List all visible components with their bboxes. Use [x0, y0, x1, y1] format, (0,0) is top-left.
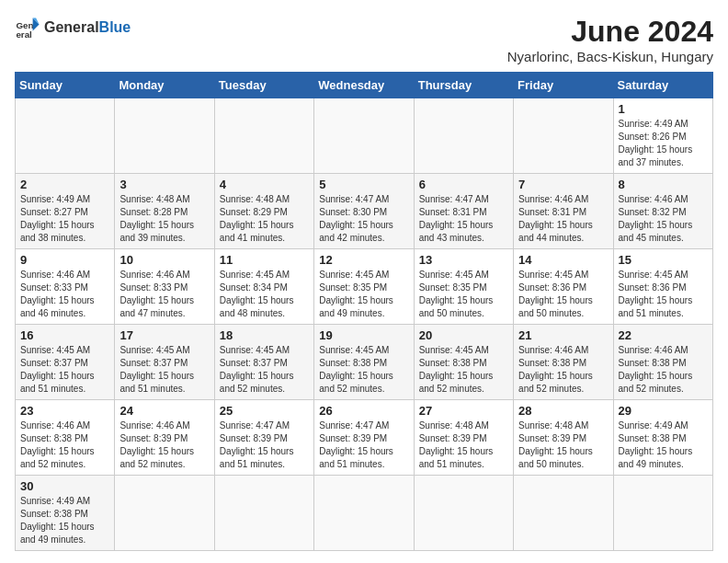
- day-cell-12: 12Sunrise: 4:45 AM Sunset: 8:35 PM Dayli…: [314, 249, 414, 325]
- day-cell-18: 18Sunrise: 4:45 AM Sunset: 8:37 PM Dayli…: [214, 325, 313, 400]
- day-info: Sunrise: 4:47 AM Sunset: 8:39 PM Dayligh…: [220, 419, 309, 471]
- empty-cell: [414, 476, 513, 551]
- week-row-2: 2Sunrise: 4:49 AM Sunset: 8:27 PM Daylig…: [16, 174, 713, 249]
- day-cell-7: 7Sunrise: 4:46 AM Sunset: 8:31 PM Daylig…: [514, 174, 613, 249]
- day-number: 19: [319, 328, 408, 342]
- day-number: 29: [619, 404, 708, 418]
- empty-cell: [214, 476, 313, 551]
- day-cell-22: 22Sunrise: 4:46 AM Sunset: 8:38 PM Dayli…: [613, 325, 712, 400]
- weekday-header-thursday: Thursday: [414, 73, 513, 98]
- day-number: 28: [518, 404, 608, 418]
- day-cell-3: 3Sunrise: 4:48 AM Sunset: 8:28 PM Daylig…: [115, 174, 214, 249]
- empty-cell: [115, 476, 214, 551]
- day-number: 13: [419, 253, 508, 267]
- logo-icon: Gen eral: [15, 15, 40, 40]
- day-cell-8: 8Sunrise: 4:46 AM Sunset: 8:32 PM Daylig…: [613, 174, 712, 249]
- header: Gen eral GeneralBlue June 2024 Nyarlorin…: [15, 15, 713, 64]
- day-number: 23: [20, 404, 109, 418]
- week-row-1: 1Sunrise: 4:49 AM Sunset: 8:26 PM Daylig…: [16, 98, 713, 174]
- empty-cell: [613, 476, 712, 551]
- day-info: Sunrise: 4:46 AM Sunset: 8:38 PM Dayligh…: [20, 419, 109, 471]
- day-number: 8: [619, 178, 708, 191]
- day-info: Sunrise: 4:48 AM Sunset: 8:29 PM Dayligh…: [220, 193, 309, 245]
- day-info: Sunrise: 4:46 AM Sunset: 8:38 PM Dayligh…: [619, 344, 708, 396]
- day-number: 30: [20, 479, 109, 493]
- day-cell-9: 9Sunrise: 4:46 AM Sunset: 8:33 PM Daylig…: [16, 249, 115, 325]
- empty-cell: [314, 98, 414, 174]
- day-number: 10: [119, 253, 209, 267]
- day-cell-30: 30Sunrise: 4:49 AM Sunset: 8:38 PM Dayli…: [16, 476, 115, 551]
- day-number: 25: [220, 404, 309, 418]
- day-number: 2: [20, 178, 109, 191]
- weekday-header-sunday: Sunday: [16, 73, 115, 98]
- empty-cell: [16, 98, 115, 174]
- day-info: Sunrise: 4:45 AM Sunset: 8:38 PM Dayligh…: [319, 344, 408, 396]
- day-cell-24: 24Sunrise: 4:46 AM Sunset: 8:39 PM Dayli…: [115, 400, 214, 476]
- day-cell-25: 25Sunrise: 4:47 AM Sunset: 8:39 PM Dayli…: [214, 400, 313, 476]
- empty-cell: [414, 98, 513, 174]
- day-info: Sunrise: 4:45 AM Sunset: 8:37 PM Dayligh…: [20, 344, 109, 396]
- day-info: Sunrise: 4:49 AM Sunset: 8:38 PM Dayligh…: [20, 495, 109, 546]
- day-number: 6: [419, 178, 508, 191]
- day-number: 22: [619, 328, 708, 342]
- day-info: Sunrise: 4:49 AM Sunset: 8:38 PM Dayligh…: [619, 419, 708, 471]
- location-title: Nyarlorinc, Bacs-Kiskun, Hungary: [507, 49, 713, 64]
- day-number: 26: [319, 404, 408, 418]
- day-info: Sunrise: 4:48 AM Sunset: 8:39 PM Dayligh…: [518, 419, 608, 471]
- day-number: 21: [518, 328, 608, 342]
- day-info: Sunrise: 4:45 AM Sunset: 8:37 PM Dayligh…: [220, 344, 309, 396]
- day-info: Sunrise: 4:47 AM Sunset: 8:31 PM Dayligh…: [419, 193, 508, 245]
- day-number: 16: [20, 328, 109, 342]
- day-number: 7: [518, 178, 608, 191]
- day-number: 3: [119, 178, 209, 191]
- day-info: Sunrise: 4:45 AM Sunset: 8:35 PM Dayligh…: [319, 269, 408, 320]
- day-info: Sunrise: 4:45 AM Sunset: 8:37 PM Dayligh…: [119, 344, 209, 396]
- day-cell-26: 26Sunrise: 4:47 AM Sunset: 8:39 PM Dayli…: [314, 400, 414, 476]
- day-info: Sunrise: 4:45 AM Sunset: 8:34 PM Dayligh…: [220, 269, 309, 320]
- day-info: Sunrise: 4:46 AM Sunset: 8:31 PM Dayligh…: [518, 193, 608, 245]
- day-cell-21: 21Sunrise: 4:46 AM Sunset: 8:38 PM Dayli…: [514, 325, 613, 400]
- day-info: Sunrise: 4:46 AM Sunset: 8:38 PM Dayligh…: [518, 344, 608, 396]
- day-number: 27: [419, 404, 508, 418]
- day-info: Sunrise: 4:45 AM Sunset: 8:38 PM Dayligh…: [419, 344, 508, 396]
- day-cell-14: 14Sunrise: 4:45 AM Sunset: 8:36 PM Dayli…: [514, 249, 613, 325]
- week-row-4: 16Sunrise: 4:45 AM Sunset: 8:37 PM Dayli…: [16, 325, 713, 400]
- logo-text: GeneralBlue: [44, 19, 131, 36]
- week-row-6: 30Sunrise: 4:49 AM Sunset: 8:38 PM Dayli…: [16, 476, 713, 551]
- day-info: Sunrise: 4:47 AM Sunset: 8:39 PM Dayligh…: [319, 419, 408, 471]
- day-cell-29: 29Sunrise: 4:49 AM Sunset: 8:38 PM Dayli…: [613, 400, 712, 476]
- day-number: 1: [619, 102, 708, 116]
- day-cell-5: 5Sunrise: 4:47 AM Sunset: 8:30 PM Daylig…: [314, 174, 414, 249]
- day-cell-1: 1Sunrise: 4:49 AM Sunset: 8:26 PM Daylig…: [613, 98, 712, 174]
- empty-cell: [115, 98, 214, 174]
- day-number: 14: [518, 253, 608, 267]
- day-cell-4: 4Sunrise: 4:48 AM Sunset: 8:29 PM Daylig…: [214, 174, 313, 249]
- day-number: 20: [419, 328, 508, 342]
- day-number: 4: [220, 178, 309, 191]
- weekday-header-monday: Monday: [115, 73, 214, 98]
- day-number: 9: [20, 253, 109, 267]
- day-cell-20: 20Sunrise: 4:45 AM Sunset: 8:38 PM Dayli…: [414, 325, 513, 400]
- day-cell-27: 27Sunrise: 4:48 AM Sunset: 8:39 PM Dayli…: [414, 400, 513, 476]
- day-info: Sunrise: 4:45 AM Sunset: 8:35 PM Dayligh…: [419, 269, 508, 320]
- day-number: 5: [319, 178, 408, 191]
- calendar-table: SundayMondayTuesdayWednesdayThursdayFrid…: [15, 72, 713, 551]
- day-cell-16: 16Sunrise: 4:45 AM Sunset: 8:37 PM Dayli…: [16, 325, 115, 400]
- day-number: 12: [319, 253, 408, 267]
- empty-cell: [314, 476, 414, 551]
- day-cell-13: 13Sunrise: 4:45 AM Sunset: 8:35 PM Dayli…: [414, 249, 513, 325]
- day-info: Sunrise: 4:45 AM Sunset: 8:36 PM Dayligh…: [619, 269, 708, 320]
- empty-cell: [514, 98, 613, 174]
- weekday-header-wednesday: Wednesday: [314, 73, 414, 98]
- svg-text:eral: eral: [16, 29, 32, 40]
- weekday-header-saturday: Saturday: [613, 73, 712, 98]
- day-number: 11: [220, 253, 309, 267]
- day-info: Sunrise: 4:46 AM Sunset: 8:33 PM Dayligh…: [119, 269, 209, 320]
- day-info: Sunrise: 4:48 AM Sunset: 8:39 PM Dayligh…: [419, 419, 508, 471]
- day-cell-23: 23Sunrise: 4:46 AM Sunset: 8:38 PM Dayli…: [16, 400, 115, 476]
- day-info: Sunrise: 4:49 AM Sunset: 8:26 PM Dayligh…: [619, 118, 708, 169]
- day-cell-10: 10Sunrise: 4:46 AM Sunset: 8:33 PM Dayli…: [115, 249, 214, 325]
- title-area: June 2024 Nyarlorinc, Bacs-Kiskun, Hunga…: [507, 15, 713, 64]
- day-number: 24: [119, 404, 209, 418]
- day-number: 15: [619, 253, 708, 267]
